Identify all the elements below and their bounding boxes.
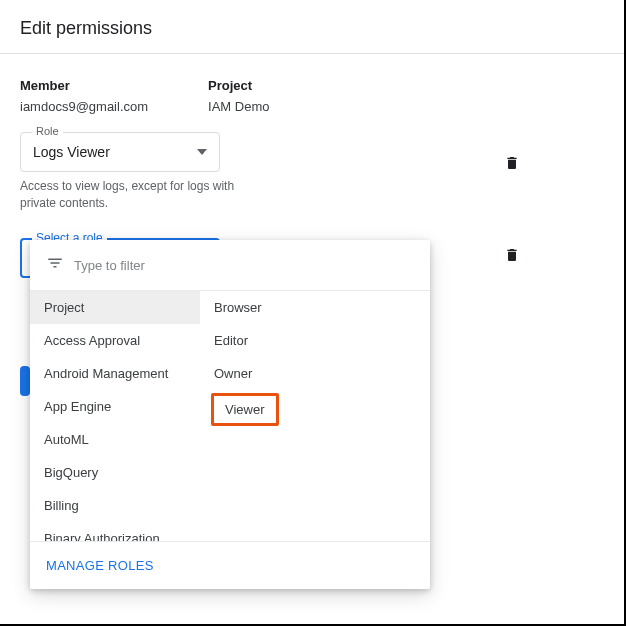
- member-label: Member: [20, 78, 148, 93]
- delete-role-2-button[interactable]: [504, 246, 520, 264]
- role-filter-input[interactable]: [74, 258, 414, 273]
- role-item[interactable]: Viewer: [211, 393, 279, 426]
- role-item[interactable]: Browser: [200, 291, 430, 324]
- member-project-row: Member iamdocs9@gmail.com Project IAM De…: [20, 78, 604, 114]
- member-value: iamdocs9@gmail.com: [20, 99, 148, 114]
- service-item[interactable]: AutoML: [30, 423, 200, 456]
- primary-button-partial[interactable]: [20, 366, 30, 396]
- filter-bar: [30, 240, 430, 291]
- trash-icon: [504, 246, 520, 264]
- role-item[interactable]: Editor: [200, 324, 430, 357]
- service-item[interactable]: Binary Authorization: [30, 522, 200, 541]
- service-list[interactable]: ProjectAccess ApprovalAndroid Management…: [30, 291, 200, 541]
- project-label: Project: [208, 78, 269, 93]
- service-item[interactable]: Project: [30, 291, 200, 324]
- trash-icon: [504, 154, 520, 172]
- role-1-label: Role: [32, 125, 63, 137]
- role-1-value: Logs Viewer: [33, 144, 110, 160]
- manage-roles-link[interactable]: MANAGE ROLES: [30, 541, 430, 589]
- project-column: Project IAM Demo: [208, 78, 269, 114]
- delete-role-1-button[interactable]: [504, 154, 520, 172]
- service-item[interactable]: Billing: [30, 489, 200, 522]
- service-item[interactable]: App Engine: [30, 390, 200, 423]
- service-item[interactable]: BigQuery: [30, 456, 200, 489]
- project-value: IAM Demo: [208, 99, 269, 114]
- role-1-helper-text: Access to view logs, except for logs wit…: [20, 178, 270, 212]
- dropdown-caret-icon: [197, 149, 207, 155]
- member-column: Member iamdocs9@gmail.com: [20, 78, 148, 114]
- role-1-select[interactable]: Logs Viewer: [20, 132, 220, 172]
- service-item[interactable]: Android Management: [30, 357, 200, 390]
- filter-list-icon: [46, 254, 64, 276]
- role-picker-popover: ProjectAccess ApprovalAndroid Management…: [30, 240, 430, 589]
- role-picker-lists: ProjectAccess ApprovalAndroid Management…: [30, 291, 430, 541]
- service-item[interactable]: Access Approval: [30, 324, 200, 357]
- role-list: BrowserEditorOwnerViewer: [200, 291, 430, 541]
- page-title: Edit permissions: [0, 0, 624, 53]
- role-item[interactable]: Owner: [200, 357, 430, 390]
